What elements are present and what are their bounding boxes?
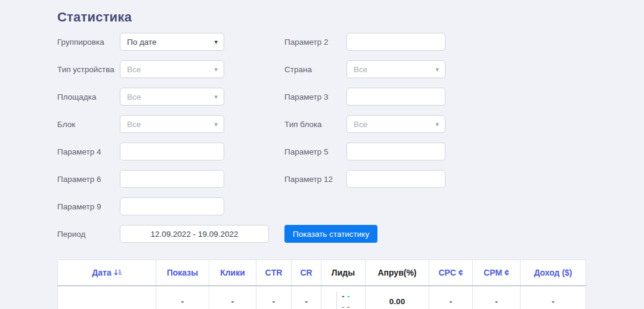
submit-row: Показать статистику <box>284 225 535 243</box>
period-label: Период <box>57 230 120 239</box>
col-header-approve: Апрув(%) <box>366 260 429 286</box>
filter-row-grouping: Группировка По дате ▾ <box>57 33 284 51</box>
filter-row-param12: Параметр 12 <box>284 170 535 188</box>
chevron-down-icon: ▾ <box>214 94 218 100</box>
cell-leads: - - - - <box>321 286 366 309</box>
cell-cr: - <box>292 286 321 309</box>
country-select[interactable]: Все ▾ <box>346 60 445 78</box>
param5-input[interactable] <box>346 143 445 160</box>
filter-row-param3: Параметр 3 <box>284 88 535 106</box>
col-header-date-label: Дата <box>92 268 111 277</box>
chevron-down-icon: ▾ <box>214 39 218 45</box>
table-header-row: Дата Показы Клики CTR CR Лиды Апрув(%) C… <box>58 260 586 286</box>
param9-label: Параметр 9 <box>57 202 120 211</box>
chevron-down-icon: ▾ <box>435 66 439 73</box>
leads-rejected: - <box>347 302 349 309</box>
filter-row-block-type: Тип блока Все ▾ <box>284 115 535 133</box>
col-header-leads: Лиды <box>321 260 366 286</box>
platform-select[interactable]: Все ▾ <box>120 88 224 106</box>
form-spacer <box>284 197 535 225</box>
filter-row-country: Страна Все ▾ <box>284 60 535 78</box>
chevron-down-icon: ▾ <box>214 66 218 73</box>
param3-label: Параметр 3 <box>284 92 346 101</box>
sort-amount-icon <box>114 268 122 276</box>
col-header-impressions[interactable]: Показы <box>156 260 209 286</box>
statistics-page: Статистика Группировка По дате ▾ Тип уст… <box>0 0 644 309</box>
filter-row-param5: Параметр 5 <box>284 143 535 160</box>
cell-revenue: - <box>521 286 586 309</box>
leads-pending: - <box>342 302 342 309</box>
device-type-select[interactable]: Все ▾ <box>120 60 224 78</box>
param9-input[interactable] <box>120 197 224 215</box>
table-row: - - - - - - - - 0.00 - - - <box>58 286 586 309</box>
block-label: Блок <box>57 120 120 129</box>
grouping-label: Группировка <box>57 38 120 47</box>
block-type-select[interactable]: Все ▾ <box>346 115 445 133</box>
param3-input[interactable] <box>346 88 445 106</box>
device-type-label: Тип устройства <box>57 65 120 74</box>
leads-breakdown: - - - - <box>321 291 365 309</box>
param5-label: Параметр 5 <box>284 147 346 156</box>
param4-input[interactable] <box>120 143 224 160</box>
chevron-down-icon: ▾ <box>214 121 218 128</box>
filter-row-period: Период <box>57 225 284 243</box>
col-header-ctr[interactable]: CTR <box>256 260 292 286</box>
col-header-date[interactable]: Дата <box>58 260 156 286</box>
param12-input[interactable] <box>346 170 445 188</box>
period-daterange-input[interactable] <box>120 225 269 243</box>
block-select-value: Все <box>127 120 141 129</box>
col-header-revenue[interactable]: Доход ($) <box>521 260 586 286</box>
leads-total: - <box>342 291 342 302</box>
filters-form: Группировка По дате ▾ Тип устройства Все… <box>57 33 644 252</box>
filter-row-param4: Параметр 4 <box>57 143 284 160</box>
grouping-select-value: По дате <box>127 38 157 47</box>
cell-approve-percent: 0.00 <box>366 286 429 309</box>
param6-input[interactable] <box>120 170 224 188</box>
filters-column-left: Группировка По дате ▾ Тип устройства Все… <box>57 33 284 252</box>
block-type-select-value: Все <box>354 120 367 129</box>
leads-divider <box>336 292 337 309</box>
col-header-cpm[interactable]: CPM ¢ <box>473 260 521 286</box>
grouping-select[interactable]: По дате ▾ <box>120 33 224 51</box>
statistics-table: Дата Показы Клики CTR CR Лиды Апрув(%) C… <box>57 259 586 309</box>
col-header-cpc[interactable]: CPC ¢ <box>429 260 473 286</box>
filter-row-platform: Площадка Все ▾ <box>57 88 284 106</box>
filter-row-block: Блок Все ▾ <box>57 115 284 133</box>
filters-column-right: Параметр 2 Страна Все ▾ Параметр 3 Тип б… <box>284 33 535 252</box>
param2-label: Параметр 2 <box>284 38 346 47</box>
cell-clicks: - <box>209 286 256 309</box>
device-type-select-value: Все <box>127 65 141 74</box>
cell-cpm: - <box>473 286 521 309</box>
filter-row-param9: Параметр 9 <box>57 197 284 215</box>
filter-row-param6: Параметр 6 <box>57 170 284 188</box>
block-type-label: Тип блока <box>284 120 346 129</box>
col-header-cr[interactable]: CR <box>292 260 321 286</box>
cell-impressions: - <box>156 286 209 309</box>
page-title: Статистика <box>57 10 644 25</box>
param6-label: Параметр 6 <box>57 175 120 184</box>
cell-ctr: - <box>256 286 292 309</box>
platform-label: Площадка <box>57 92 120 101</box>
country-label: Страна <box>284 65 346 74</box>
chevron-down-icon: ▾ <box>435 121 439 128</box>
cell-date <box>58 286 156 309</box>
param2-input[interactable] <box>346 33 445 51</box>
leads-approved: - <box>347 291 349 302</box>
col-header-clicks[interactable]: Клики <box>209 260 256 286</box>
country-select-value: Все <box>354 65 367 74</box>
cell-cpc: - <box>429 286 473 309</box>
param12-label: Параметр 12 <box>284 175 346 184</box>
platform-select-value: Все <box>127 92 141 101</box>
param4-label: Параметр 4 <box>57 147 120 156</box>
filter-row-param2: Параметр 2 <box>284 33 535 51</box>
block-select[interactable]: Все ▾ <box>120 115 224 133</box>
show-statistics-button[interactable]: Показать статистику <box>284 225 377 243</box>
filter-row-device-type: Тип устройства Все ▾ <box>57 60 284 78</box>
